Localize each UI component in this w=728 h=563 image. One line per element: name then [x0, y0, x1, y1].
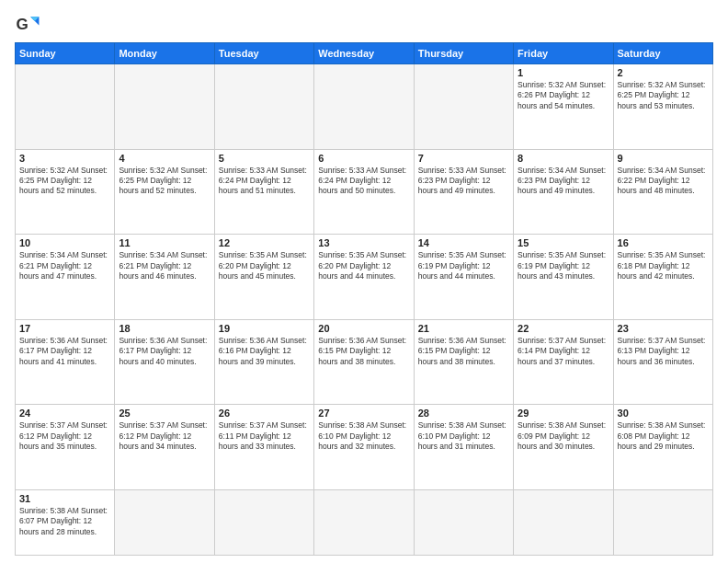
day-number: 27 — [318, 408, 409, 419]
day-info: Sunrise: 5:38 AM Sunset: 6:08 PM Dayligh… — [618, 420, 709, 452]
day-info: Sunrise: 5:32 AM Sunset: 6:26 PM Dayligh… — [518, 80, 609, 111]
header: G — [15, 11, 713, 37]
day-number: 19 — [219, 323, 310, 334]
calendar-cell — [214, 489, 313, 555]
weekday-header-thursday: Thursday — [414, 43, 513, 64]
day-number: 4 — [119, 153, 210, 164]
calendar-cell: 30Sunrise: 5:38 AM Sunset: 6:08 PM Dayli… — [613, 405, 712, 490]
day-info: Sunrise: 5:35 AM Sunset: 6:20 PM Dayligh… — [219, 250, 310, 282]
day-info: Sunrise: 5:32 AM Sunset: 6:25 PM Dayligh… — [119, 166, 210, 197]
calendar-cell: 16Sunrise: 5:35 AM Sunset: 6:18 PM Dayli… — [613, 235, 712, 320]
weekday-header-tuesday: Tuesday — [214, 43, 313, 64]
day-info: Sunrise: 5:33 AM Sunset: 6:23 PM Dayligh… — [418, 166, 509, 197]
day-number: 26 — [219, 408, 310, 419]
calendar-row-2: 10Sunrise: 5:34 AM Sunset: 6:21 PM Dayli… — [16, 235, 713, 320]
calendar-cell: 24Sunrise: 5:37 AM Sunset: 6:12 PM Dayli… — [16, 405, 115, 490]
day-number: 18 — [119, 323, 210, 334]
day-number: 24 — [19, 408, 110, 419]
calendar-cell: 2Sunrise: 5:32 AM Sunset: 6:25 PM Daylig… — [613, 64, 712, 150]
day-info: Sunrise: 5:36 AM Sunset: 6:15 PM Dayligh… — [418, 336, 509, 367]
calendar-row-4: 24Sunrise: 5:37 AM Sunset: 6:12 PM Dayli… — [16, 405, 713, 490]
calendar-row-5: 31Sunrise: 5:38 AM Sunset: 6:07 PM Dayli… — [16, 489, 713, 555]
calendar-cell: 13Sunrise: 5:35 AM Sunset: 6:20 PM Dayli… — [314, 235, 414, 320]
day-number: 3 — [19, 153, 110, 164]
weekday-header-saturday: Saturday — [613, 43, 712, 64]
day-number: 29 — [518, 408, 609, 419]
day-info: Sunrise: 5:38 AM Sunset: 6:10 PM Dayligh… — [318, 420, 409, 452]
calendar-cell — [514, 489, 613, 555]
calendar-cell: 17Sunrise: 5:36 AM Sunset: 6:17 PM Dayli… — [16, 319, 115, 405]
day-info: Sunrise: 5:34 AM Sunset: 6:23 PM Dayligh… — [518, 166, 609, 197]
day-number: 15 — [518, 237, 609, 248]
day-number: 22 — [518, 323, 609, 334]
calendar-cell: 29Sunrise: 5:38 AM Sunset: 6:09 PM Dayli… — [514, 405, 613, 490]
calendar-cell: 4Sunrise: 5:32 AM Sunset: 6:25 PM Daylig… — [115, 149, 214, 235]
calendar-cell: 14Sunrise: 5:35 AM Sunset: 6:19 PM Dayli… — [414, 235, 513, 320]
day-info: Sunrise: 5:34 AM Sunset: 6:21 PM Dayligh… — [19, 250, 110, 282]
day-number: 21 — [418, 323, 509, 334]
calendar-cell: 11Sunrise: 5:34 AM Sunset: 6:21 PM Dayli… — [115, 235, 214, 320]
day-info: Sunrise: 5:35 AM Sunset: 6:19 PM Dayligh… — [418, 250, 509, 282]
day-number: 25 — [119, 408, 210, 419]
calendar-cell — [115, 64, 214, 150]
page: G SundayMondayTuesdayWednesdayThursdayFr… — [0, 0, 728, 563]
day-info: Sunrise: 5:36 AM Sunset: 6:16 PM Dayligh… — [219, 336, 310, 367]
day-number: 8 — [518, 153, 609, 164]
day-number: 14 — [418, 237, 509, 248]
calendar-cell: 1Sunrise: 5:32 AM Sunset: 6:26 PM Daylig… — [514, 64, 613, 150]
weekday-header-sunday: Sunday — [16, 43, 115, 64]
calendar-cell: 28Sunrise: 5:38 AM Sunset: 6:10 PM Dayli… — [414, 405, 513, 490]
day-number: 11 — [119, 237, 210, 248]
calendar-cell: 15Sunrise: 5:35 AM Sunset: 6:19 PM Dayli… — [514, 235, 613, 320]
calendar-cell: 25Sunrise: 5:37 AM Sunset: 6:12 PM Dayli… — [115, 405, 214, 490]
calendar-cell: 6Sunrise: 5:33 AM Sunset: 6:24 PM Daylig… — [314, 149, 414, 235]
logo-icon: G — [15, 11, 40, 37]
calendar-cell — [414, 64, 513, 150]
logo: G — [15, 11, 44, 37]
calendar-cell: 23Sunrise: 5:37 AM Sunset: 6:13 PM Dayli… — [613, 319, 712, 405]
calendar-cell — [414, 489, 513, 555]
calendar-cell: 19Sunrise: 5:36 AM Sunset: 6:16 PM Dayli… — [214, 319, 313, 405]
svg-text:G: G — [17, 16, 28, 33]
calendar-cell: 8Sunrise: 5:34 AM Sunset: 6:23 PM Daylig… — [514, 149, 613, 235]
day-number: 16 — [618, 237, 709, 248]
day-info: Sunrise: 5:35 AM Sunset: 6:19 PM Dayligh… — [518, 250, 609, 282]
calendar-cell — [115, 489, 214, 555]
day-info: Sunrise: 5:34 AM Sunset: 6:21 PM Dayligh… — [119, 250, 210, 282]
day-number: 5 — [219, 153, 310, 164]
calendar-cell: 10Sunrise: 5:34 AM Sunset: 6:21 PM Dayli… — [16, 235, 115, 320]
day-number: 9 — [618, 153, 709, 164]
calendar-cell: 5Sunrise: 5:33 AM Sunset: 6:24 PM Daylig… — [214, 149, 313, 235]
calendar-row-1: 3Sunrise: 5:32 AM Sunset: 6:25 PM Daylig… — [16, 149, 713, 235]
day-info: Sunrise: 5:38 AM Sunset: 6:07 PM Dayligh… — [19, 506, 110, 537]
day-number: 13 — [318, 237, 409, 248]
day-info: Sunrise: 5:37 AM Sunset: 6:12 PM Dayligh… — [19, 420, 110, 452]
day-number: 30 — [618, 408, 709, 419]
day-number: 17 — [19, 323, 110, 334]
calendar-cell: 20Sunrise: 5:36 AM Sunset: 6:15 PM Dayli… — [314, 319, 414, 405]
day-info: Sunrise: 5:35 AM Sunset: 6:20 PM Dayligh… — [318, 250, 409, 282]
day-info: Sunrise: 5:33 AM Sunset: 6:24 PM Dayligh… — [219, 166, 310, 197]
day-number: 23 — [618, 323, 709, 334]
day-info: Sunrise: 5:36 AM Sunset: 6:17 PM Dayligh… — [119, 336, 210, 367]
day-number: 28 — [418, 408, 509, 419]
calendar-cell — [314, 64, 414, 150]
weekday-header-friday: Friday — [514, 43, 613, 64]
weekday-header-row: SundayMondayTuesdayWednesdayThursdayFrid… — [16, 43, 713, 64]
weekday-header-wednesday: Wednesday — [314, 43, 414, 64]
day-info: Sunrise: 5:38 AM Sunset: 6:09 PM Dayligh… — [518, 420, 609, 452]
day-info: Sunrise: 5:37 AM Sunset: 6:14 PM Dayligh… — [518, 336, 609, 367]
day-number: 1 — [518, 67, 609, 78]
calendar-cell: 12Sunrise: 5:35 AM Sunset: 6:20 PM Dayli… — [214, 235, 313, 320]
calendar-cell: 7Sunrise: 5:33 AM Sunset: 6:23 PM Daylig… — [414, 149, 513, 235]
calendar-cell: 21Sunrise: 5:36 AM Sunset: 6:15 PM Dayli… — [414, 319, 513, 405]
day-number: 12 — [219, 237, 310, 248]
calendar-row-0: 1Sunrise: 5:32 AM Sunset: 6:26 PM Daylig… — [16, 64, 713, 150]
weekday-header-monday: Monday — [115, 43, 214, 64]
calendar-cell — [214, 64, 313, 150]
day-info: Sunrise: 5:34 AM Sunset: 6:22 PM Dayligh… — [618, 166, 709, 197]
day-info: Sunrise: 5:37 AM Sunset: 6:11 PM Dayligh… — [219, 420, 310, 452]
calendar-table: SundayMondayTuesdayWednesdayThursdayFrid… — [15, 42, 713, 556]
calendar-cell: 3Sunrise: 5:32 AM Sunset: 6:25 PM Daylig… — [16, 149, 115, 235]
calendar-row-3: 17Sunrise: 5:36 AM Sunset: 6:17 PM Dayli… — [16, 319, 713, 405]
